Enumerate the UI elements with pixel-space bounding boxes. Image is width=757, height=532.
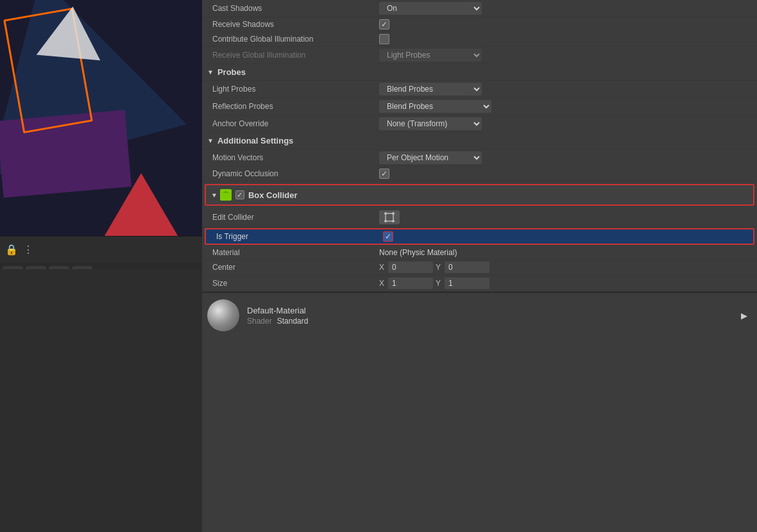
contribute-gi-value xyxy=(379,34,752,44)
material-sphere-preview[interactable] xyxy=(207,299,239,331)
scene-toolbar: 🔒 ⋮ xyxy=(0,236,202,263)
cast-shadows-label: Cast Shadows xyxy=(212,4,379,13)
receive-shadows-row: Receive Shadows xyxy=(202,17,757,32)
material-value: None (Physic Material) xyxy=(379,248,752,257)
center-y-label: Y xyxy=(436,263,441,272)
motion-vectors-row: Motion Vectors Per Object Motion Camera … xyxy=(202,149,757,167)
receive-gi-label: Receive Global Illumination xyxy=(212,51,379,60)
anchor-override-row: Anchor Override None (Transform) xyxy=(202,115,757,133)
reflection-probes-value: Blend Probes Off Simple Blend Probes and… xyxy=(379,100,752,113)
default-material-row: Default-Material Shader Standard ▶ xyxy=(202,292,757,338)
anchor-override-label: Anchor Override xyxy=(212,119,379,128)
probes-arrow-icon: ▼ xyxy=(207,69,214,76)
white-triangle xyxy=(37,4,105,60)
material-label: Material xyxy=(212,248,379,257)
scene-lower-panel xyxy=(0,269,202,532)
center-row: Center X Y xyxy=(202,260,757,276)
additional-settings-label: Additional Settings xyxy=(217,136,293,145)
receive-gi-dropdown[interactable]: Light Probes xyxy=(379,49,482,62)
motion-vectors-value: Per Object Motion Camera Motion Force No… xyxy=(379,151,752,164)
is-trigger-checkbox[interactable] xyxy=(383,231,393,242)
dynamic-occlusion-value xyxy=(379,169,752,179)
receive-gi-value: Light Probes xyxy=(379,49,752,62)
size-row: Size X Y xyxy=(202,276,757,292)
svg-rect-9 xyxy=(223,193,229,198)
box-collider-header[interactable]: ▼ Box Collider xyxy=(205,184,754,206)
probes-section-label: Probes xyxy=(217,67,246,77)
cast-shadows-row: Cast Shadows On Off Two Sided Shadows On… xyxy=(202,0,757,17)
size-x-label: X xyxy=(379,279,384,288)
light-probes-dropdown[interactable]: Blend Probes Off Use Proxy Volume Custom… xyxy=(379,83,482,96)
box-collider-enabled-checkbox[interactable] xyxy=(235,190,244,199)
center-label: Center xyxy=(212,263,379,272)
dynamic-occlusion-label: Dynamic Occlusion xyxy=(212,169,379,178)
edit-collider-row: Edit Collider xyxy=(202,208,757,227)
motion-vectors-label: Motion Vectors xyxy=(212,153,379,162)
size-value: X Y xyxy=(379,278,752,289)
reflection-probes-label: Reflection Probes xyxy=(212,102,379,111)
anchor-override-dropdown[interactable]: None (Transform) xyxy=(379,117,482,130)
cast-shadows-dropdown[interactable]: On Off Two Sided Shadows Only xyxy=(379,2,482,15)
size-label: Size xyxy=(212,279,379,288)
receive-gi-row: Receive Global Illumination Light Probes xyxy=(202,47,757,64)
center-x-input[interactable] xyxy=(388,262,433,273)
edit-collider-value xyxy=(379,210,752,224)
contribute-gi-checkbox[interactable] xyxy=(379,34,389,44)
box-collider-title: Box Collider xyxy=(248,190,298,200)
scene-panel: 🔒 ⋮ 19 xyxy=(0,0,202,532)
light-probes-value: Blend Probes Off Use Proxy Volume Custom… xyxy=(379,83,752,96)
svg-point-13 xyxy=(392,212,395,215)
additional-settings-arrow-icon: ▼ xyxy=(207,137,214,144)
is-trigger-label: Is Trigger xyxy=(216,232,383,241)
is-trigger-row: Is Trigger xyxy=(205,228,754,245)
edit-collider-label: Edit Collider xyxy=(212,213,379,222)
material-shader-value: Standard xyxy=(277,317,309,326)
more-options-icon[interactable]: ⋮ xyxy=(23,244,33,256)
receive-shadows-label: Receive Shadows xyxy=(212,20,379,29)
box-collider-icon xyxy=(220,189,232,201)
reflection-probes-row: Reflection Probes Blend Probes Off Simpl… xyxy=(202,98,757,115)
cast-shadows-value[interactable]: On Off Two Sided Shadows Only xyxy=(379,2,752,15)
edit-collider-button[interactable] xyxy=(379,210,400,224)
contribute-gi-row: Contribute Global Illumination xyxy=(202,32,757,47)
reflection-probes-dropdown[interactable]: Blend Probes Off Simple Blend Probes and… xyxy=(379,100,491,113)
material-expand-btn[interactable]: ▶ xyxy=(736,308,752,323)
svg-point-14 xyxy=(384,220,387,222)
size-y-input[interactable] xyxy=(445,278,489,289)
size-x-input[interactable] xyxy=(388,278,433,289)
additional-settings-header[interactable]: ▼ Additional Settings xyxy=(202,133,757,149)
dynamic-occlusion-checkbox[interactable] xyxy=(379,169,389,179)
size-coords: X Y xyxy=(379,278,752,289)
center-coords: X Y xyxy=(379,262,752,273)
contribute-gi-label: Contribute Global Illumination xyxy=(212,35,379,44)
svg-rect-11 xyxy=(386,213,393,221)
svg-point-12 xyxy=(384,212,387,215)
dynamic-occlusion-row: Dynamic Occlusion xyxy=(202,167,757,181)
center-x-label: X xyxy=(379,263,384,272)
material-row: Material None (Physic Material) xyxy=(202,246,757,260)
material-shader-label: Shader xyxy=(247,317,272,326)
center-y-input[interactable] xyxy=(445,262,489,273)
is-trigger-value xyxy=(383,231,748,242)
lock-icon[interactable]: 🔒 xyxy=(5,244,18,256)
svg-point-15 xyxy=(392,220,395,222)
light-probes-label: Light Probes xyxy=(212,85,379,94)
svg-marker-10 xyxy=(223,191,229,193)
anchor-override-value: None (Transform) xyxy=(379,117,752,130)
receive-shadows-value xyxy=(379,19,752,29)
inspector-panel: Cast Shadows On Off Two Sided Shadows On… xyxy=(202,0,757,532)
center-value: X Y xyxy=(379,262,752,273)
light-probes-row: Light Probes Blend Probes Off Use Proxy … xyxy=(202,81,757,98)
material-name[interactable]: Default-Material xyxy=(247,306,729,315)
box-collider-arrow-icon: ▼ xyxy=(211,192,217,199)
scene-viewport xyxy=(0,0,202,263)
motion-vectors-dropdown[interactable]: Per Object Motion Camera Motion Force No… xyxy=(379,151,482,164)
size-y-label: Y xyxy=(436,279,441,288)
probes-section-header[interactable]: ▼ Probes xyxy=(202,64,757,81)
material-info: Default-Material Shader Standard xyxy=(247,306,729,326)
receive-shadows-checkbox[interactable] xyxy=(379,19,389,29)
